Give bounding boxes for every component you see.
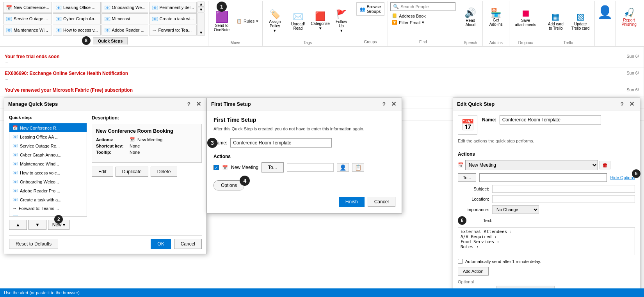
fts-finish-btn[interactable]: Finish xyxy=(339,197,365,207)
fts-to-input[interactable] xyxy=(287,163,334,172)
mqs-list[interactable]: 📅 New Conference R... 📧 Leasing Office A… xyxy=(9,123,87,217)
follow-up-btn[interactable]: 🚩 Follow Up ▾ xyxy=(332,5,351,37)
qs-item-cyber-graph[interactable]: 📧 Cyber Graph An... xyxy=(53,13,100,24)
trello-icon1: ▦ xyxy=(551,12,560,22)
qs-item-how-to[interactable]: 📧 How to access v... xyxy=(53,25,100,36)
qs-expand-down[interactable]: ▼ xyxy=(197,7,205,12)
mqs-shortcut-row: Shortcut key: None xyxy=(96,144,197,148)
get-add-ins-btn[interactable]: 🏪 Get Add-ins xyxy=(485,2,507,33)
qs-envelope-icon10: 📧 xyxy=(152,5,158,11)
save-attachments-btn[interactable]: ◼ Save attachments xyxy=(512,2,539,33)
eqs-auto-send-row: Automatically send after 1 minute delay. xyxy=(458,259,635,264)
mqs-body: Quick step: 📅 New Conference R... 📧 Leas… xyxy=(4,110,206,254)
qs-envelope-icon5: 📧 xyxy=(55,16,62,22)
fts-help-btn[interactable]: ? xyxy=(380,101,388,107)
fts-cancel-btn[interactable]: Cancel xyxy=(368,197,395,207)
fts-action-checkbox[interactable]: ✓ xyxy=(213,165,219,170)
mqs-list-item-8[interactable]: 📧 Create a task with a... xyxy=(9,195,87,204)
email-item-trial[interactable]: Your free trial ends soon ... Sun 6/ xyxy=(0,51,644,68)
assign-policy-btn[interactable]: 🏷️ Assign Policy ▾ xyxy=(264,5,285,37)
fts-person-btn[interactable]: 👤 xyxy=(337,163,349,172)
mqs-delete-btn[interactable]: Delete xyxy=(151,167,178,177)
mqs-ok-btn[interactable]: OK xyxy=(151,239,171,249)
mqs-icon-2: 📧 xyxy=(12,143,18,148)
fts-to-btn[interactable]: To... xyxy=(262,162,284,173)
qs-item-service-outage[interactable]: 📧 Service Outage ... xyxy=(3,13,52,24)
eqs-auto-send-checkbox[interactable] xyxy=(458,259,463,264)
mqs-list-item-1[interactable]: 📧 Leasing Office AA ... xyxy=(9,132,87,141)
step-1-badge: 1 xyxy=(217,2,227,12)
qs-item-maintenance[interactable]: 📧 Maintenance Wi... xyxy=(3,25,52,36)
mqs-list-item-2[interactable]: 📧 Service Outage Re... xyxy=(9,141,87,150)
mqs-close-btn[interactable]: ✕ xyxy=(194,100,203,108)
eqs-close-btn[interactable]: ✕ xyxy=(628,100,636,108)
unread-read-btn[interactable]: ✉️ Unread/ Read xyxy=(287,5,309,37)
eqs-text-area[interactable]: External Attendees : A/V Required : Food… xyxy=(458,227,635,255)
qs-item-leasing[interactable]: 📧 Leasing Office ... xyxy=(53,2,100,13)
update-trello-btn[interactable]: ▧ Update Trello card xyxy=(569,5,592,37)
fts-close-btn[interactable]: ✕ xyxy=(390,100,398,108)
mqs-icon-3: 📧 xyxy=(12,152,18,157)
qs-envelope-icon6: 📧 xyxy=(55,27,62,33)
eqs-help-btn[interactable]: ? xyxy=(618,101,626,107)
mqs-help-btn[interactable]: ? xyxy=(185,101,193,107)
mqs-list-item-6[interactable]: 📧 Onboarding Welco... xyxy=(9,177,87,186)
email-item-ex606690[interactable]: EX606690: Exchange Online Service Health… xyxy=(0,68,644,84)
mqs-list-item-5[interactable]: 📧 How to access voic... xyxy=(9,168,87,177)
eqs-add-action-btn[interactable]: Add Action xyxy=(458,267,489,276)
qs-item-mimecast[interactable]: 📧 Mimecast xyxy=(101,13,148,24)
email-item-microsoft-fabric[interactable]: You've renewed your Microsoft Fabric (Fr… xyxy=(0,84,644,96)
mqs-move-down-btn[interactable]: ▼ xyxy=(28,220,46,230)
mqs-list-item-7[interactable]: 📧 Adobe Reader Pro ... xyxy=(9,186,87,195)
hide-options-btn[interactable]: Hide Options xyxy=(610,175,635,180)
qs-envelope-icon7: 📧 xyxy=(104,5,110,11)
eqs-location-input[interactable] xyxy=(492,195,635,203)
rules-btn[interactable]: 📋 Rules ▾ xyxy=(234,18,261,25)
add-card-trello-btn[interactable]: ▦ Add card to Trello xyxy=(544,5,567,37)
mqs-list-item-3[interactable]: 📧 Cyber Graph Annou... xyxy=(9,150,87,159)
step-6-badge: 6 xyxy=(458,216,466,225)
read-aloud-btn[interactable]: 🔊 Read Aloud xyxy=(461,2,480,33)
search-icon: 🔍 xyxy=(393,4,399,9)
address-book-btn[interactable]: 📒 Address Book xyxy=(390,12,455,19)
categorize-btn[interactable]: 🟥 Categorize ▾ xyxy=(311,5,330,37)
trello-icon2: ▧ xyxy=(576,12,585,22)
mqs-action-icon: 📅 xyxy=(130,137,135,142)
eqs-delete-action-btn[interactable]: 🗑 xyxy=(600,161,610,169)
fts-name-input[interactable] xyxy=(230,138,332,148)
quick-steps-tab[interactable]: Quick Steps xyxy=(93,37,128,44)
qs-expand-more[interactable]: ▼ xyxy=(197,12,205,36)
qs-expand-up[interactable]: ▲ xyxy=(197,2,205,7)
fts-person2-btn[interactable]: 📋 xyxy=(352,163,364,172)
mqs-duplicate-btn[interactable]: Duplicate xyxy=(116,167,148,177)
dropbox-icon: ◼ xyxy=(522,7,530,18)
mqs-edit-btn[interactable]: Edit xyxy=(92,167,113,177)
search-people-box[interactable]: 🔍 xyxy=(390,2,455,11)
eqs-to-input[interactable] xyxy=(479,173,607,182)
qs-item-adobe[interactable]: 📧 Adobe Reader ... xyxy=(101,25,148,36)
qs-envelope-icon8: 📧 xyxy=(104,16,110,22)
filter-email-btn[interactable]: 🔽 Filter Email ▾ xyxy=(390,19,455,26)
mqs-cancel-btn[interactable]: Cancel xyxy=(174,239,202,249)
qs-item-onboarding[interactable]: 📧 Onboarding We... xyxy=(101,2,148,13)
mqs-reset-btn[interactable]: Reset to Defaults xyxy=(9,239,58,249)
mqs-move-up-btn[interactable]: ▲ xyxy=(9,220,27,230)
qs-item-create-task[interactable]: 📧 Create a task wi... xyxy=(149,13,197,24)
qs-item-new-conference[interactable]: 📅 New Conference... xyxy=(3,2,52,13)
browse-groups-btn[interactable]: 👥 Browse Groups xyxy=(356,2,385,16)
mqs-list-item-0[interactable]: 📅 New Conference R... xyxy=(9,123,87,132)
search-people-input[interactable] xyxy=(400,4,447,9)
qs-item-perm-del[interactable]: 📧 Permanently del... xyxy=(149,2,197,13)
eqs-importance-select[interactable]: No Change xyxy=(492,205,539,214)
mqs-list-item-10[interactable]: 📧 Mimecast xyxy=(9,213,87,217)
eqs-name-input[interactable] xyxy=(500,115,601,124)
mqs-list-item-4[interactable]: 📧 Maintenance Wind... xyxy=(9,159,87,168)
eqs-to-btn[interactable]: To... xyxy=(458,173,476,182)
report-phishing-btn[interactable]: 🎣 Report Phishing xyxy=(618,2,640,33)
mqs-list-item-9[interactable]: → Forward to: Teams ... xyxy=(9,204,87,213)
eqs-action-select[interactable]: New Meeting xyxy=(465,160,598,170)
eqs-subject-input[interactable] xyxy=(492,185,635,193)
followup-icon: 🚩 xyxy=(336,9,347,20)
qs-item-forward[interactable]: → Forward to: Tea... xyxy=(149,25,197,36)
address-book-icon: 📒 xyxy=(392,13,397,18)
